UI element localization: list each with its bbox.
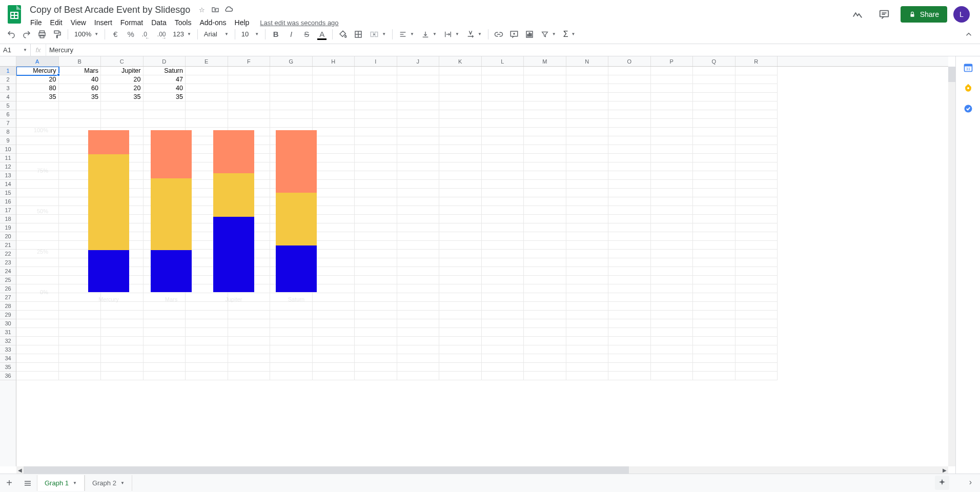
cell-K30[interactable] [439, 319, 482, 328]
cell-F3[interactable] [228, 84, 271, 93]
cell-N12[interactable] [566, 162, 609, 171]
cell-R17[interactable] [736, 206, 778, 215]
cell-R28[interactable] [736, 302, 778, 311]
cell-R18[interactable] [736, 215, 778, 223]
cell-I27[interactable] [355, 293, 397, 302]
cell-N34[interactable] [566, 354, 609, 363]
cell-R5[interactable] [736, 101, 778, 110]
row-header-36[interactable]: 36 [0, 372, 16, 380]
cell-M26[interactable] [524, 284, 566, 293]
print-icon[interactable] [35, 27, 49, 42]
row-header-34[interactable]: 34 [0, 354, 16, 363]
cell-O28[interactable] [608, 302, 651, 311]
row-header-7[interactable]: 7 [0, 119, 16, 128]
italic-icon[interactable]: I [284, 27, 298, 42]
cell-C5[interactable] [101, 101, 144, 110]
cell-J25[interactable] [397, 276, 440, 284]
cell-I6[interactable] [355, 110, 397, 119]
cell-Q16[interactable] [693, 197, 736, 206]
cell-N10[interactable] [566, 145, 609, 154]
cell-K20[interactable] [439, 232, 482, 241]
cell-C6[interactable] [101, 110, 144, 119]
row-header-21[interactable]: 21 [0, 241, 16, 250]
cell-G29[interactable] [270, 311, 313, 319]
cell-N1[interactable] [566, 67, 609, 75]
insert-link-icon[interactable] [492, 27, 506, 42]
cell-D32[interactable] [144, 337, 186, 345]
activity-icon[interactable] [847, 4, 868, 25]
cell-E4[interactable] [186, 93, 228, 101]
keep-icon[interactable] [963, 83, 973, 93]
cell-P26[interactable] [651, 284, 693, 293]
cell-K1[interactable] [439, 67, 482, 75]
cell-O5[interactable] [608, 101, 651, 110]
cell-D34[interactable] [144, 354, 186, 363]
cell-B33[interactable] [59, 345, 101, 354]
cell-E33[interactable] [186, 345, 228, 354]
cell-C30[interactable] [101, 319, 144, 328]
move-to-folder-icon[interactable] [211, 5, 220, 14]
cell-R9[interactable] [736, 136, 778, 145]
cell-J8[interactable] [397, 128, 440, 136]
cell-Q3[interactable] [693, 84, 736, 93]
cell-O1[interactable] [608, 67, 651, 75]
cell-M15[interactable] [524, 189, 566, 197]
cell-J21[interactable] [397, 241, 440, 250]
cell-H6[interactable] [313, 110, 355, 119]
cell-O9[interactable] [608, 136, 651, 145]
cell-B2[interactable]: 40 [59, 75, 101, 84]
cell-E6[interactable] [186, 110, 228, 119]
cell-C3[interactable]: 20 [101, 84, 144, 93]
cell-I5[interactable] [355, 101, 397, 110]
row-header-25[interactable]: 25 [0, 276, 16, 284]
col-header-D[interactable]: D [144, 56, 186, 66]
cell-Q35[interactable] [693, 363, 736, 372]
col-header-M[interactable]: M [524, 56, 566, 66]
cell-F35[interactable] [228, 363, 271, 372]
cell-B28[interactable] [59, 302, 101, 311]
cell-G34[interactable] [270, 354, 313, 363]
row-header-8[interactable]: 8 [0, 128, 16, 136]
cell-P27[interactable] [651, 293, 693, 302]
cell-E29[interactable] [186, 311, 228, 319]
cell-O33[interactable] [608, 345, 651, 354]
cell-N32[interactable] [566, 337, 609, 345]
cell-K26[interactable] [439, 284, 482, 293]
cell-K3[interactable] [439, 84, 482, 93]
cell-P34[interactable] [651, 354, 693, 363]
cell-J22[interactable] [397, 250, 440, 258]
cell-J5[interactable] [397, 101, 440, 110]
cell-J13[interactable] [397, 171, 440, 180]
font-family-select[interactable]: Arial▼ [201, 28, 232, 40]
row-header-30[interactable]: 30 [0, 319, 16, 328]
cell-A4[interactable]: 35 [16, 93, 59, 101]
col-header-J[interactable]: J [397, 56, 440, 66]
cell-O20[interactable] [608, 232, 651, 241]
cell-N18[interactable] [566, 215, 609, 223]
cell-G35[interactable] [270, 363, 313, 372]
cell-K13[interactable] [439, 171, 482, 180]
cell-P24[interactable] [651, 267, 693, 276]
cell-O12[interactable] [608, 162, 651, 171]
insert-chart-icon[interactable] [522, 27, 537, 42]
cell-P7[interactable] [651, 119, 693, 128]
cell-A36[interactable] [16, 372, 59, 380]
cell-Q23[interactable] [693, 258, 736, 267]
cell-K23[interactable] [439, 258, 482, 267]
cell-J3[interactable] [397, 84, 440, 93]
cell-I19[interactable] [355, 223, 397, 232]
cell-A5[interactable] [16, 101, 59, 110]
cell-K33[interactable] [439, 345, 482, 354]
cell-P12[interactable] [651, 162, 693, 171]
cell-F4[interactable] [228, 93, 271, 101]
cell-L5[interactable] [482, 101, 524, 110]
cell-A6[interactable] [16, 110, 59, 119]
cell-L33[interactable] [482, 345, 524, 354]
cell-H4[interactable] [313, 93, 355, 101]
cell-K4[interactable] [439, 93, 482, 101]
cell-O7[interactable] [608, 119, 651, 128]
insert-comment-icon[interactable] [507, 27, 521, 42]
cell-O6[interactable] [608, 110, 651, 119]
cell-O22[interactable] [608, 250, 651, 258]
cell-Q4[interactable] [693, 93, 736, 101]
